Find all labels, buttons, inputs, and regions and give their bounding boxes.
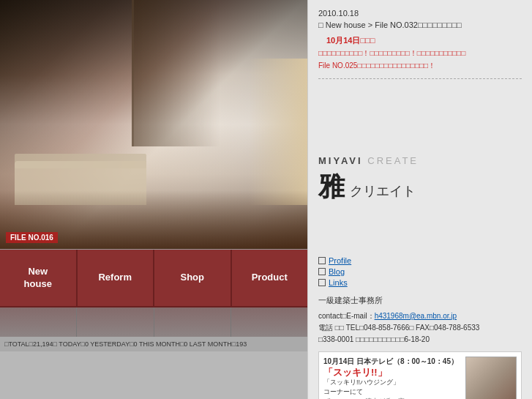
breadcrumb: □ New house > File NO.032□□□□□□□□□ [318, 20, 522, 29]
hero-image: FILE NO.016 [0, 0, 307, 249]
email-link[interactable]: h431968m@ea.mbn.or.jp [375, 312, 457, 320]
link-links: Links [318, 278, 522, 287]
blog-link[interactable]: Blog [329, 267, 345, 276]
brand-kanji-row: 雅 クリエイト [318, 169, 522, 205]
nav-reform[interactable]: Reform [78, 250, 155, 307]
link-box-blog [318, 268, 326, 275]
nav-buttons-panel: Newhouse Reform Shop Product □TOTAL□21,1… [0, 249, 307, 399]
tel-row: 電話 □□ TEL□048-858-7666□ FAX□048-788-6533 [318, 322, 522, 334]
ref-4 [231, 307, 307, 337]
nav-new-house[interactable]: Newhouse [0, 250, 78, 307]
top-section: FILE NO.016 2010.10.18 □ New house > Fil… [0, 0, 532, 249]
ref-1 [0, 307, 77, 337]
file-number-label: FILE NO.016 [6, 232, 58, 243]
news-body: □□□□□□□□□□！□□□□□□□□□！□□□□□□□□□□□ [318, 48, 522, 59]
address-row: □338-0001 □□□□□□□□□□□6-18-20 [318, 334, 522, 346]
bottom-section: Newhouse Reform Shop Product □TOTAL□21,1… [0, 249, 532, 399]
nav-shop[interactable]: Shop [154, 250, 232, 307]
contact-section: 一級建築士事務所 contact□E-mail：h431968m@ea.mbn.… [318, 294, 522, 346]
contact-label: contact□E-mail： [318, 312, 375, 320]
promo-corner: コーナーにて [323, 387, 461, 397]
link-box-links [318, 279, 326, 286]
company-name: 一級建築士事務所 [318, 294, 522, 307]
link-profile: Profile [318, 256, 522, 265]
nav-product[interactable]: Product [232, 250, 308, 307]
ref-2 [77, 307, 154, 337]
divider [318, 78, 522, 79]
kanji-logo: 雅 [318, 171, 345, 201]
right-bottom-panel: Profile Blog Links 一級建築士事務所 contact□E-ma… [307, 249, 532, 399]
right-info-panel: 2010.10.18 □ New house > File NO.032□□□□… [307, 0, 532, 249]
brand-en: MIYAVI CREATE [318, 155, 522, 166]
link-box-profile [318, 257, 326, 264]
news-file: File NO.025□□□□□□□□□□□□□□□□！ [318, 61, 522, 71]
miyavi-text: MIYAVI [318, 155, 363, 166]
profile-link[interactable]: Profile [329, 256, 351, 265]
ref-3 [154, 307, 231, 337]
page-wrapper: FILE NO.016 2010.10.18 □ New house > Fil… [0, 0, 532, 399]
brand-section: MIYAVI CREATE 雅 クリエイト [318, 155, 522, 205]
links-section: Profile Blog Links [318, 256, 522, 287]
promo-text: 10月14日 日本テレビ（8：00～10：45） 「スッキリ!!」 「スッキリ!… [323, 357, 461, 399]
news-date: 10月14日□□□ [318, 35, 522, 46]
email-row: contact□E-mail：h431968m@ea.mbn.or.jp [318, 310, 522, 322]
link-blog: Blog [318, 267, 522, 276]
post-date: 2010.10.18 [318, 9, 522, 18]
promo-date: 10月14日 日本テレビ（8：00～10：45） [323, 357, 461, 367]
interior-photo [0, 0, 307, 249]
nav-reflection [0, 307, 307, 337]
nav-button-row: Newhouse Reform Shop Product [0, 249, 307, 307]
stats-bar: □TOTAL□21,194□ TODAY□0 YESTERDAY□0 THIS … [0, 337, 307, 351]
create-text: CREATE [367, 155, 419, 166]
links-link[interactable]: Links [329, 278, 348, 287]
window-light [249, 59, 307, 205]
promo-title: 「スッキリ!!」 [323, 367, 461, 379]
promo-image [465, 357, 517, 399]
promo-box: 10月14日 日本テレビ（8：00～10：45） 「スッキリ!!」 「スッキリ!… [318, 351, 522, 399]
katakana-sub: クリエイト [350, 184, 416, 198]
promo-sub: 「スッキリ!!ハウジング」 [323, 378, 461, 387]
staircase-element [132, 0, 220, 146]
